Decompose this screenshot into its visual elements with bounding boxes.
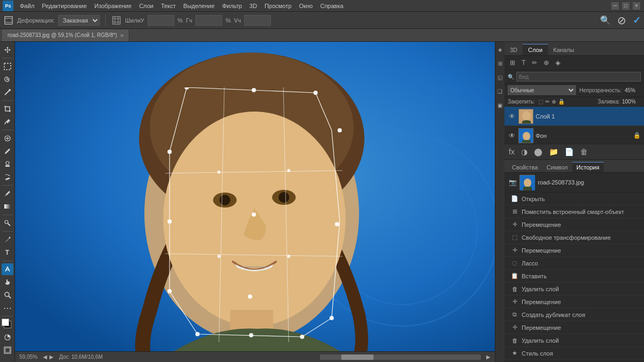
layers-icon-btn-5[interactable]: ◈	[553, 58, 562, 68]
history-item-3[interactable]: ⬚ Свободное трансформирование	[504, 231, 644, 244]
history-item-13[interactable]: ✛ Перемещение	[504, 360, 644, 362]
layer-visibility-0[interactable]: 👁	[508, 112, 516, 121]
history-snapshot-icon[interactable]: 📷	[509, 179, 516, 186]
pen-tool[interactable]	[2, 234, 13, 246]
eyedropper-tool[interactable]	[2, 116, 13, 128]
side-icon-2[interactable]: ⊞	[496, 57, 504, 70]
lock-all-icon[interactable]: 🔒	[558, 99, 565, 105]
crop-tool[interactable]	[2, 103, 13, 115]
side-icon-1[interactable]: ◈	[496, 43, 504, 56]
lock-position-icon[interactable]: ✏	[545, 99, 550, 105]
tab-channels[interactable]: Каналы	[548, 44, 580, 55]
menu-3d[interactable]: 3D	[246, 2, 260, 10]
history-item-9[interactable]: ⧉ Создать дубликат слоя	[504, 308, 644, 321]
marquee-tool[interactable]	[2, 61, 13, 72]
gradient-tool[interactable]	[2, 201, 13, 212]
warp-mode-select[interactable]: Заказная	[58, 15, 100, 26]
heal-tool[interactable]	[2, 132, 13, 144]
search-icon[interactable]: 🔍	[600, 15, 611, 25]
window-maximize[interactable]: □	[622, 2, 630, 10]
close-tab-button[interactable]: ×	[120, 32, 123, 39]
quick-mask[interactable]	[2, 331, 13, 343]
brush-tool[interactable]	[2, 145, 13, 157]
statusbar: 59,05% ◀▶ Дос: 10,6М/10,6М ▶	[15, 351, 495, 362]
blend-mode-select[interactable]: Обычные	[508, 85, 576, 95]
field-vi-input[interactable]: 0,0	[244, 15, 271, 26]
layers-icon-btn-4[interactable]: ⊕	[541, 58, 551, 68]
history-item-12[interactable]: ★ Стиль слоя	[504, 347, 644, 360]
document-tab[interactable]: road-2508733.jpg @ 59,1% (Слой 1, RGB/8*…	[2, 29, 129, 41]
history-item-8[interactable]: ✛ Перемещение	[504, 295, 644, 308]
history-panel-tabs: Свойства Символ История	[504, 160, 644, 173]
hand-tool[interactable]	[2, 276, 13, 288]
tab-history[interactable]: История	[572, 162, 604, 172]
wand-tool[interactable]	[2, 86, 13, 98]
scroll-right[interactable]: ▶	[486, 354, 491, 360]
fill-value[interactable]: 100%	[622, 99, 641, 105]
history-item-2[interactable]: ✛ Перемещение	[504, 218, 644, 231]
menu-select[interactable]: Выделение	[180, 2, 218, 10]
menu-file[interactable]: Файл	[17, 2, 38, 10]
menu-filter[interactable]: Фильтр	[219, 2, 245, 10]
new-layer-button[interactable]: 📄	[564, 146, 575, 157]
more-tools[interactable]: ⋯	[2, 302, 13, 314]
menu-help[interactable]: Справка	[317, 2, 347, 10]
history-item-5[interactable]: ◌ Ласcо	[504, 257, 644, 270]
layers-icon-btn-1[interactable]: ⊞	[508, 58, 517, 68]
history-item-7[interactable]: 🗑 Удалить слой	[504, 283, 644, 295]
layer-visibility-1[interactable]: 👁	[508, 131, 516, 140]
window-close[interactable]: ×	[633, 2, 640, 10]
text-tool[interactable]: T	[2, 247, 13, 258]
nav-arrows[interactable]: ◀▶	[43, 354, 54, 360]
window-minimize[interactable]: ─	[611, 2, 619, 10]
layers-icon-btn-3[interactable]: ✏	[530, 58, 539, 68]
dodge-tool[interactable]	[2, 217, 13, 229]
history-brush-tool[interactable]	[2, 171, 13, 183]
layer-item-1[interactable]: 👁 Фон 🔒	[504, 126, 644, 144]
foreground-color[interactable]	[2, 319, 13, 330]
menu-text[interactable]: Текст	[158, 2, 179, 10]
opacity-value[interactable]: 45%	[625, 87, 641, 93]
history-item-11[interactable]: 🗑 Удалить слой	[504, 334, 644, 347]
confirm-warp-button[interactable]: ✓	[633, 14, 641, 26]
fx-button[interactable]: fx	[508, 146, 516, 157]
field-v-input[interactable]: 0,0	[195, 15, 222, 26]
zoom-tool[interactable]	[2, 289, 13, 301]
menu-image[interactable]: Изображение	[91, 2, 135, 10]
tab-symbol[interactable]: Символ	[542, 162, 572, 172]
move-tool[interactable]	[2, 44, 13, 56]
side-icon-4[interactable]: ❏	[496, 85, 504, 98]
screen-mode[interactable]	[2, 344, 13, 356]
history-item-10[interactable]: ✛ Перемещение	[504, 321, 644, 334]
history-item-1[interactable]: ⊞ Поместить встроенный смарт-объект	[504, 205, 644, 218]
lasso-tool[interactable]	[2, 73, 13, 85]
canvas-area[interactable]: 59,05% ◀▶ Дос: 10,6М/10,6М ▶	[15, 42, 495, 362]
tab-3d[interactable]: 3D	[504, 44, 523, 55]
menu-window[interactable]: Окно	[296, 2, 316, 10]
adjustment-button[interactable]: ⬤	[533, 146, 544, 157]
tab-layers[interactable]: Слои	[523, 44, 548, 55]
history-item-0[interactable]: 📄 Открыть	[504, 193, 644, 205]
cancel-warp-button[interactable]: ⊘	[617, 14, 626, 27]
history-item-4[interactable]: ✛ Перемещение	[504, 244, 644, 257]
side-icon-5[interactable]: ▣	[496, 99, 504, 112]
eraser-tool[interactable]	[2, 188, 13, 200]
menu-edit[interactable]: Редактирование	[39, 2, 90, 10]
side-icon-3[interactable]: ◱	[496, 71, 504, 84]
svg-point-51	[249, 333, 253, 337]
path-tool[interactable]	[2, 263, 13, 275]
layer-item-0[interactable]: 👁 Слой 1	[504, 107, 644, 126]
delete-layer-button[interactable]: 🗑	[579, 146, 589, 157]
history-item-6[interactable]: 📋 Вставить	[504, 270, 644, 283]
lock-pixels-icon[interactable]: ⬚	[538, 99, 543, 105]
layers-search-input[interactable]	[516, 72, 641, 82]
stamp-tool[interactable]	[2, 158, 13, 170]
menu-view[interactable]: Просмотр	[261, 2, 295, 10]
tab-properties[interactable]: Свойства	[508, 162, 542, 172]
layers-icon-btn-2[interactable]: T	[519, 58, 528, 68]
new-group-button[interactable]: 📁	[548, 146, 559, 157]
field-u-input[interactable]: 0,0	[148, 15, 174, 26]
menu-layers[interactable]: Слои	[136, 2, 157, 10]
lock-artboard-icon[interactable]: ⊕	[552, 99, 556, 105]
add-mask-button[interactable]: ◑	[520, 146, 529, 157]
